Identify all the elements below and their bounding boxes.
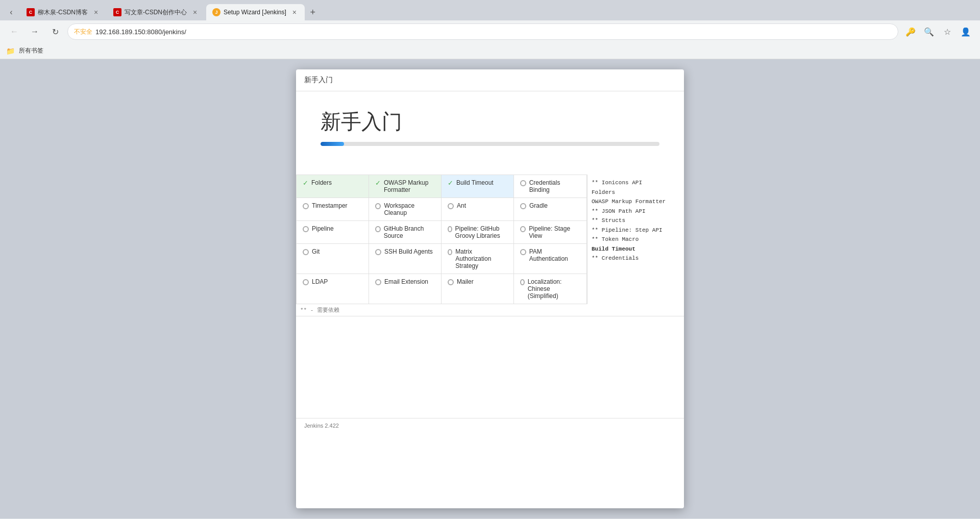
plugin-label-github-branch: GitHub Branch Source [384, 225, 435, 239]
status-circle-timestamper [303, 203, 309, 209]
bottom-note-text: ** - 需要依赖 [300, 307, 339, 313]
setup-dialog: 新手入门 新手入门 ✓ Folders [296, 69, 684, 508]
dialog-title: 新手入门 [296, 69, 684, 91]
side-panel-item-token-macro: ** Token Macro [592, 235, 680, 244]
status-circle-git [303, 249, 309, 255]
plugin-label-pipeline-github: Pipeline: GitHub Groovy Libraries [455, 225, 507, 239]
user-profile-icon[interactable]: 👤 [958, 23, 974, 40]
status-circle-gradle [520, 203, 526, 209]
plugin-cell-ldap: LDAP [297, 274, 369, 304]
dialog-plugin-grid: ✓ Folders ✓ OWASP Markup Formatter ✓ Bui… [296, 175, 684, 304]
side-panel-item-folders: Folders [592, 188, 680, 197]
plugin-label-pipeline-stage: Pipeline: Stage View [529, 225, 580, 239]
side-panel-item-structs: ** Structs [592, 216, 680, 225]
plugin-cell-pipeline: Pipeline [297, 221, 369, 244]
plugin-label-mailer: Mailer [457, 278, 474, 285]
plugin-label-git: Git [312, 248, 320, 255]
status-circle-localization [520, 279, 525, 285]
plugin-cell-ssh: SSH Build Agents [369, 244, 442, 274]
plugin-label-pam: PAM Authentication [529, 248, 580, 262]
address-bar-icons: 🔑 🔍 ☆ 👤 [902, 23, 974, 40]
plugin-table: ✓ Folders ✓ OWASP Markup Formatter ✓ Bui… [296, 175, 587, 304]
plugin-cell-timestamper: Timestamper [297, 198, 369, 221]
status-circle-pam [520, 249, 526, 255]
plugin-cell-owasp: ✓ OWASP Markup Formatter [369, 175, 442, 198]
password-manager-icon[interactable]: 🔑 [902, 23, 919, 40]
plugin-label-gradle: Gradle [529, 202, 548, 209]
tab-favicon-csdn1: C [27, 8, 35, 16]
plugin-label-buildtimeout: Build Timeout [456, 179, 494, 186]
tab-favicon-jenkins: J [212, 8, 220, 16]
bookmarks-bar: 📁 所有书签 [0, 43, 980, 59]
plugin-grid-area: ✓ Folders ✓ OWASP Markup Formatter ✓ Bui… [296, 175, 587, 304]
plugin-cell-buildtimeout: ✓ Build Timeout [442, 175, 514, 198]
status-circle-pipeline [303, 226, 309, 232]
plugin-cell-github-branch: GitHub Branch Source [369, 221, 442, 244]
plugin-cell-mailer: Mailer [442, 274, 514, 304]
address-bar-row: ← → ↻ 不安全 192.168.189.150:8080/jenkins/ … [0, 20, 980, 43]
tab3-label: Setup Wizard [Jenkins] [224, 9, 286, 16]
side-panel: ** Ionicons API Folders OWASP Markup For… [587, 175, 684, 304]
browser-frame: ‹ C 柳木泉-CSDN博客 × C 写文章-CSDN创作中心 × J Setu… [0, 0, 980, 519]
tab-favicon-csdn2: C [113, 8, 121, 16]
bottom-note: ** - 需要依赖 [296, 304, 684, 316]
status-circle-pipeline-github [448, 226, 452, 232]
plugin-cell-localization: Localization: Chinese (Simplified) [514, 274, 586, 304]
tab3-close-button[interactable]: × [290, 8, 299, 16]
back-button[interactable]: ← [6, 23, 22, 40]
side-panel-item-jsonpath: ** JSON Path API [592, 207, 680, 216]
tab-csdn-blog[interactable]: C 柳木泉-CSDN博客 × [20, 4, 106, 20]
browser-content: 新手入门 新手入门 ✓ Folders [0, 59, 980, 518]
bookmarks-label[interactable]: 所有书签 [19, 46, 43, 55]
status-circle-ldap [303, 279, 309, 285]
tab-back-forward[interactable]: ‹ [4, 5, 18, 19]
progress-bar-fill [321, 142, 344, 146]
plugin-label-workspace: Workspace Cleanup [384, 202, 435, 216]
status-circle-pipeline-stage [520, 226, 526, 232]
jenkins-version-label: Jenkins 2.422 [304, 423, 339, 429]
tab-bar: ‹ C 柳木泉-CSDN博客 × C 写文章-CSDN创作中心 × J Setu… [0, 0, 980, 20]
plugin-label-folders: Folders [311, 179, 332, 186]
status-circle-email [375, 279, 381, 285]
status-circle-mailer [448, 279, 454, 285]
side-panel-item-credentials: ** Credentials [592, 254, 680, 263]
bookmark-star-icon[interactable]: ☆ [939, 23, 955, 40]
tab2-label: 写文章-CSDN创作中心 [125, 8, 187, 17]
status-check-icon: ✓ [303, 179, 308, 187]
wizard-heading: 新手入门 [321, 108, 659, 136]
status-circle-ant [448, 203, 454, 209]
address-bar[interactable]: 不安全 192.168.189.150:8080/jenkins/ [67, 23, 898, 40]
plugin-label-localization: Localization: Chinese (Simplified) [528, 278, 580, 300]
status-circle-matrix [448, 249, 452, 255]
plugin-label-owasp: OWASP Markup Formatter [384, 179, 435, 193]
side-panel-item-buildtimeout: Build Timeout [592, 245, 680, 254]
plugin-label-ssh: SSH Build Agents [384, 248, 433, 255]
status-circle-credentials [520, 180, 526, 186]
forward-button[interactable]: → [27, 23, 43, 40]
tab1-close-button[interactable]: × [92, 8, 100, 16]
tab2-close-button[interactable]: × [191, 8, 199, 16]
search-icon[interactable]: 🔍 [921, 23, 937, 40]
side-panel-item-ionicons: ** Ionicons API [592, 179, 680, 187]
dialog-title-text: 新手入门 [304, 76, 333, 84]
plugin-cell-matrix: Matrix Authorization Strategy [442, 244, 514, 274]
tab-csdn-create[interactable]: C 写文章-CSDN创作中心 × [107, 4, 205, 20]
plugin-cell-pipeline-github: Pipeline: GitHub Groovy Libraries [442, 221, 514, 244]
reload-button[interactable]: ↻ [47, 23, 63, 40]
plugin-cell-pipeline-stage: Pipeline: Stage View [514, 221, 586, 244]
status-circle-workspace [375, 203, 381, 209]
side-panel-item-pipeline-step: ** Pipeline: Step API [592, 226, 680, 235]
plugin-label-credentials: Credentials Binding [529, 179, 580, 193]
plugin-cell-workspace-cleanup: Workspace Cleanup [369, 198, 442, 221]
plugin-cell-ant: Ant [442, 198, 514, 221]
plugin-label-pipeline: Pipeline [312, 225, 334, 232]
side-panel-item-owasp: OWASP Markup Formatter [592, 197, 680, 206]
plugin-label-ldap: LDAP [312, 278, 328, 285]
url-text: 192.168.189.150:8080/jenkins/ [95, 28, 186, 36]
plugin-label-matrix: Matrix Authorization Strategy [455, 248, 507, 269]
tab-jenkins[interactable]: J Setup Wizard [Jenkins] × [206, 4, 305, 20]
status-check-icon-owasp: ✓ [375, 179, 381, 187]
plugin-cell-pam: PAM Authentication [514, 244, 586, 274]
status-circle-ssh [375, 249, 381, 255]
new-tab-button[interactable]: + [306, 5, 320, 19]
